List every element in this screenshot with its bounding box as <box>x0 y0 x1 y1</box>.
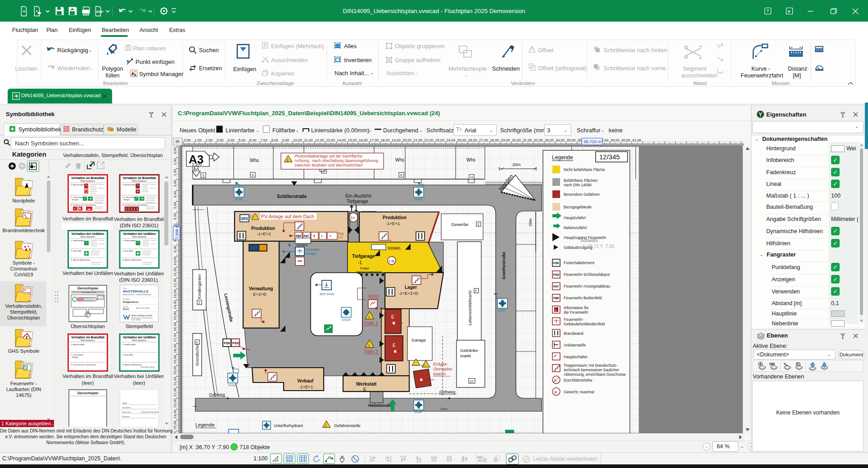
svg-text:Tiefgarage: Tiefgarage <box>347 199 368 204</box>
svg-text:bringen: bringen <box>72 198 79 201</box>
svg-text:20m: 20m <box>528 218 533 226</box>
svg-text:Achtung : nach Abschaltung Spa: Achtung : nach Abschaltung Spannungsführ… <box>294 158 378 163</box>
svg-text:Durchfahrtshöhe: Durchfahrtshöhe <box>564 378 592 382</box>
svg-text:E: E <box>391 315 394 320</box>
svg-text:Gehweg: Gehweg <box>439 389 455 394</box>
svg-text:Trafo 1: Trafo 1 <box>364 321 378 326</box>
svg-text:Datum der Planstellung: Datum der Planstellung <box>141 411 158 413</box>
svg-text:Verkauf: Verkauf <box>297 378 314 383</box>
svg-text:Produktion: Produktion <box>251 226 275 231</box>
svg-text:E+2+D: E+2+D <box>253 292 267 297</box>
svg-text:2. Erste Hilfe: 2. Erste Hilfe <box>122 354 134 356</box>
svg-text:3. Löschversuch unternehmen: 3. Löschversuch unternehmen <box>71 364 96 366</box>
svg-text:?: ? <box>766 9 769 14</box>
svg-text:i: i <box>556 308 556 312</box>
svg-text:bringen: bringen <box>72 356 79 358</box>
svg-text:Verhalten bei Unfällen: Verhalten bei Unfällen <box>123 336 156 339</box>
svg-text:4: 4 <box>196 341 198 344</box>
svg-text:11: 11 <box>470 176 474 180</box>
svg-text:Gebäudefunkbedienfeld: Gebäudefunkbedienfeld <box>564 322 605 326</box>
svg-text:Ruhe bewahren: Ruhe bewahren <box>81 180 95 182</box>
svg-text:-1+E+1: -1+E+1 <box>386 221 400 226</box>
svg-text:12/345: 12/345 <box>599 153 620 161</box>
svg-text:F: F <box>475 289 477 292</box>
svg-text:i: i <box>321 234 322 238</box>
svg-text:E: E <box>393 343 396 348</box>
svg-text:Hebelstraße: Hebelstraße <box>368 403 393 408</box>
svg-text:(-1): (-1) <box>338 235 343 239</box>
svg-text:Übergabe-: Übergabe- <box>433 366 453 371</box>
svg-text:Freischaltelement: Freischaltelement <box>564 261 594 265</box>
svg-text:Planversion: Planversion <box>122 411 131 413</box>
svg-text:FSE: FSE <box>553 261 560 265</box>
svg-text:Verwaltung: Verwaltung <box>249 286 273 291</box>
svg-text:Garage: Garage <box>411 338 426 342</box>
svg-text:Ein-/Ausfahrt: Ein-/Ausfahrt <box>345 194 371 198</box>
svg-text:Objekt: Objekt <box>122 402 127 404</box>
svg-text:1. Brand melden: 1. Brand melden <box>71 184 85 186</box>
svg-text:Gewerbe: Gewerbe <box>451 222 469 227</box>
svg-text:DN150: DN150 <box>414 198 422 201</box>
svg-text:Hauptschalter: Hauptschalter <box>564 355 588 359</box>
svg-text:Getränke-: Getränke- <box>460 348 479 353</box>
svg-text:Goethestraße: Goethestraße <box>501 252 506 279</box>
svg-text:Gezeichnet: Gezeichnet <box>122 407 131 409</box>
svg-text:DN150: DN150 <box>235 198 242 201</box>
svg-text:Gefahrenstelle: Gefahrenstelle <box>334 423 361 428</box>
svg-text:Kindergarten: Kindergarten <box>197 274 202 299</box>
svg-text:bringen: bringen <box>124 198 131 201</box>
svg-text:Lebensmittelmarkt: Lebensmittelmarkt <box>467 290 472 325</box>
svg-text:-1: -1 <box>358 260 362 265</box>
svg-text:3. Weitere Maßnahmen: 3. Weitere Maßnahmen <box>122 364 142 366</box>
svg-text:Übersichtsplan: Übersichtsplan <box>77 391 99 395</box>
svg-text:Ruhe bewahren: Ruhe bewahren <box>132 180 147 182</box>
svg-text:1. Brand melden: 1. Brand melden <box>71 343 85 346</box>
svg-text:X :38,71 Y :7,90: X :38,71 Y :7,90 <box>582 244 615 249</box>
svg-text:EX: EX <box>421 364 425 367</box>
svg-text:1. Unfall melden: 1. Unfall melden <box>71 239 85 242</box>
svg-text:Gewicht; maximal: Gewicht; maximal <box>564 390 594 394</box>
svg-text:Brandwand: Brandwand <box>564 331 583 336</box>
svg-text:PVA: PVA <box>338 232 344 235</box>
svg-text:markt: markt <box>460 353 471 358</box>
svg-text:zwischen Modulen und Wechselri: zwischen Modulen und Wechselrichter! <box>294 163 363 167</box>
svg-text:Schillerstraße: Schillerstraße <box>277 194 307 199</box>
svg-text:DN100: DN100 <box>342 318 351 321</box>
svg-text:MUSTERHALLE: MUSTERHALLE <box>123 289 149 293</box>
svg-text:Feuerwehr-: Feuerwehr- <box>564 317 583 322</box>
svg-text:Tiefgarage: Tiefgarage <box>352 254 375 259</box>
svg-text:Weise Software GmbH: Weise Software GmbH <box>131 315 152 317</box>
svg-text:2. Erste Hilfe: 2. Erste Hilfe <box>71 250 82 252</box>
svg-text:Information für: Information für <box>564 306 589 310</box>
svg-text:technisch bemessener baulicher: technisch bemessener baulicher <box>564 368 619 372</box>
svg-text:3t: 3t <box>554 390 557 394</box>
svg-text:Gehweg: Gehweg <box>209 392 225 397</box>
svg-text:Erdgeschoss: Erdgeschoss <box>123 301 139 303</box>
svg-text:Auswahl: Auswahl <box>581 238 598 243</box>
svg-text:Legende: Legende <box>195 422 215 428</box>
svg-text:3. Löschversuch unternehmen: 3. Löschversuch unternehmen <box>122 204 148 206</box>
svg-text:Grundschule: Grundschule <box>194 342 199 366</box>
svg-text:!: ! <box>369 315 370 319</box>
svg-text:NSHV: NSHV <box>368 294 379 298</box>
svg-text:Nicht befahrbare Fläche: Nicht befahrbare Fläche <box>564 167 605 172</box>
svg-text:GI-C1: GI-C1 <box>123 308 129 310</box>
svg-text:Unterflurhydrant: Unterflurhydrant <box>274 423 303 428</box>
svg-text:Erdgas-: Erdgas- <box>433 361 448 366</box>
svg-text:y: y <box>195 167 197 172</box>
svg-text:Ruhe bewahren: Ruhe bewahren <box>132 339 147 342</box>
svg-text:Whs: Whs <box>395 158 404 162</box>
svg-text:1. Brand melden: 1. Brand melden <box>122 184 136 186</box>
svg-text:E: E <box>363 387 366 392</box>
svg-text:¶: ¶ <box>313 234 315 238</box>
svg-text:FBF: FBF <box>553 297 559 300</box>
svg-text:nach DIN 14090: nach DIN 14090 <box>564 183 592 187</box>
svg-text:Feuerwehr-Schlüsseldepot: Feuerwehr-Schlüsseldepot <box>564 272 610 277</box>
svg-text:Ruhe bewahren: Ruhe bewahren <box>81 236 95 238</box>
svg-text:FSE: FSE <box>224 341 231 345</box>
svg-text:Vordach: Vordach <box>296 243 308 247</box>
svg-text:Planname: Planname <box>122 416 130 418</box>
svg-text:x: x <box>212 155 214 160</box>
svg-text:Produktion: Produktion <box>383 215 407 220</box>
svg-text:2,x: 2,x <box>351 216 355 219</box>
